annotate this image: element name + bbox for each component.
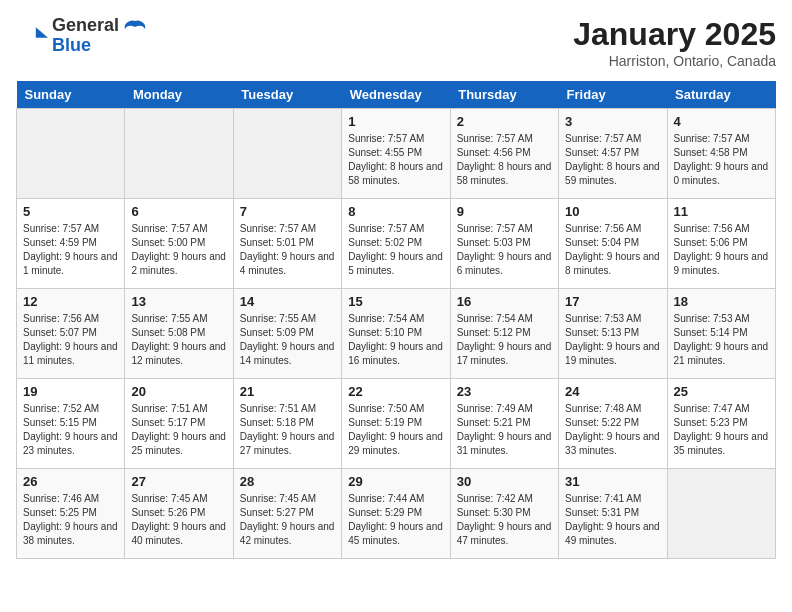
weekday-header-monday: Monday xyxy=(125,81,233,109)
day-info: Sunrise: 7:45 AMSunset: 5:26 PMDaylight:… xyxy=(131,492,226,548)
calendar-cell: 13Sunrise: 7:55 AMSunset: 5:08 PMDayligh… xyxy=(125,289,233,379)
day-info: Sunrise: 7:44 AMSunset: 5:29 PMDaylight:… xyxy=(348,492,443,548)
calendar-cell: 11Sunrise: 7:56 AMSunset: 5:06 PMDayligh… xyxy=(667,199,775,289)
day-info: Sunrise: 7:54 AMSunset: 5:12 PMDaylight:… xyxy=(457,312,552,368)
day-number: 11 xyxy=(674,204,769,219)
day-number: 26 xyxy=(23,474,118,489)
calendar-cell: 16Sunrise: 7:54 AMSunset: 5:12 PMDayligh… xyxy=(450,289,558,379)
day-info: Sunrise: 7:48 AMSunset: 5:22 PMDaylight:… xyxy=(565,402,660,458)
logo-icon xyxy=(16,20,48,52)
calendar-cell: 25Sunrise: 7:47 AMSunset: 5:23 PMDayligh… xyxy=(667,379,775,469)
day-info: Sunrise: 7:53 AMSunset: 5:14 PMDaylight:… xyxy=(674,312,769,368)
calendar-cell: 29Sunrise: 7:44 AMSunset: 5:29 PMDayligh… xyxy=(342,469,450,559)
day-number: 28 xyxy=(240,474,335,489)
logo-bird-icon xyxy=(121,17,149,45)
weekday-header-thursday: Thursday xyxy=(450,81,558,109)
day-number: 31 xyxy=(565,474,660,489)
day-number: 24 xyxy=(565,384,660,399)
weekday-header-tuesday: Tuesday xyxy=(233,81,341,109)
weekday-header-sunday: Sunday xyxy=(17,81,125,109)
calendar-cell: 26Sunrise: 7:46 AMSunset: 5:25 PMDayligh… xyxy=(17,469,125,559)
day-info: Sunrise: 7:57 AMSunset: 4:56 PMDaylight:… xyxy=(457,132,552,188)
calendar-cell xyxy=(233,109,341,199)
day-info: Sunrise: 7:42 AMSunset: 5:30 PMDaylight:… xyxy=(457,492,552,548)
calendar-cell: 22Sunrise: 7:50 AMSunset: 5:19 PMDayligh… xyxy=(342,379,450,469)
calendar-cell: 31Sunrise: 7:41 AMSunset: 5:31 PMDayligh… xyxy=(559,469,667,559)
page-header: General Blue January 2025 Harriston, Ont… xyxy=(16,16,776,69)
calendar-cell: 10Sunrise: 7:56 AMSunset: 5:04 PMDayligh… xyxy=(559,199,667,289)
calendar-cell: 28Sunrise: 7:45 AMSunset: 5:27 PMDayligh… xyxy=(233,469,341,559)
calendar-cell xyxy=(125,109,233,199)
day-info: Sunrise: 7:55 AMSunset: 5:08 PMDaylight:… xyxy=(131,312,226,368)
day-info: Sunrise: 7:52 AMSunset: 5:15 PMDaylight:… xyxy=(23,402,118,458)
day-number: 22 xyxy=(348,384,443,399)
logo-general: General xyxy=(52,16,119,36)
calendar-cell: 14Sunrise: 7:55 AMSunset: 5:09 PMDayligh… xyxy=(233,289,341,379)
day-info: Sunrise: 7:45 AMSunset: 5:27 PMDaylight:… xyxy=(240,492,335,548)
calendar-cell: 15Sunrise: 7:54 AMSunset: 5:10 PMDayligh… xyxy=(342,289,450,379)
day-number: 14 xyxy=(240,294,335,309)
calendar-title: January 2025 xyxy=(573,16,776,53)
weekday-header-row: SundayMondayTuesdayWednesdayThursdayFrid… xyxy=(17,81,776,109)
day-number: 4 xyxy=(674,114,769,129)
calendar-cell: 7Sunrise: 7:57 AMSunset: 5:01 PMDaylight… xyxy=(233,199,341,289)
calendar-cell: 17Sunrise: 7:53 AMSunset: 5:13 PMDayligh… xyxy=(559,289,667,379)
day-info: Sunrise: 7:57 AMSunset: 5:00 PMDaylight:… xyxy=(131,222,226,278)
day-info: Sunrise: 7:56 AMSunset: 5:07 PMDaylight:… xyxy=(23,312,118,368)
day-info: Sunrise: 7:51 AMSunset: 5:17 PMDaylight:… xyxy=(131,402,226,458)
calendar-cell: 5Sunrise: 7:57 AMSunset: 4:59 PMDaylight… xyxy=(17,199,125,289)
calendar-header: SundayMondayTuesdayWednesdayThursdayFrid… xyxy=(17,81,776,109)
day-number: 20 xyxy=(131,384,226,399)
calendar-cell: 3Sunrise: 7:57 AMSunset: 4:57 PMDaylight… xyxy=(559,109,667,199)
day-info: Sunrise: 7:50 AMSunset: 5:19 PMDaylight:… xyxy=(348,402,443,458)
logo-text: General Blue xyxy=(52,16,119,56)
calendar-cell: 6Sunrise: 7:57 AMSunset: 5:00 PMDaylight… xyxy=(125,199,233,289)
calendar-table: SundayMondayTuesdayWednesdayThursdayFrid… xyxy=(16,81,776,559)
svg-rect-2 xyxy=(16,20,36,52)
day-number: 23 xyxy=(457,384,552,399)
day-number: 15 xyxy=(348,294,443,309)
calendar-cell: 2Sunrise: 7:57 AMSunset: 4:56 PMDaylight… xyxy=(450,109,558,199)
day-info: Sunrise: 7:54 AMSunset: 5:10 PMDaylight:… xyxy=(348,312,443,368)
day-info: Sunrise: 7:47 AMSunset: 5:23 PMDaylight:… xyxy=(674,402,769,458)
day-info: Sunrise: 7:57 AMSunset: 5:01 PMDaylight:… xyxy=(240,222,335,278)
day-info: Sunrise: 7:51 AMSunset: 5:18 PMDaylight:… xyxy=(240,402,335,458)
day-number: 3 xyxy=(565,114,660,129)
calendar-cell: 19Sunrise: 7:52 AMSunset: 5:15 PMDayligh… xyxy=(17,379,125,469)
day-info: Sunrise: 7:57 AMSunset: 4:59 PMDaylight:… xyxy=(23,222,118,278)
calendar-week-4: 19Sunrise: 7:52 AMSunset: 5:15 PMDayligh… xyxy=(17,379,776,469)
day-info: Sunrise: 7:53 AMSunset: 5:13 PMDaylight:… xyxy=(565,312,660,368)
day-number: 27 xyxy=(131,474,226,489)
calendar-cell: 18Sunrise: 7:53 AMSunset: 5:14 PMDayligh… xyxy=(667,289,775,379)
day-info: Sunrise: 7:41 AMSunset: 5:31 PMDaylight:… xyxy=(565,492,660,548)
day-number: 9 xyxy=(457,204,552,219)
day-number: 2 xyxy=(457,114,552,129)
calendar-cell: 20Sunrise: 7:51 AMSunset: 5:17 PMDayligh… xyxy=(125,379,233,469)
calendar-subtitle: Harriston, Ontario, Canada xyxy=(573,53,776,69)
day-info: Sunrise: 7:49 AMSunset: 5:21 PMDaylight:… xyxy=(457,402,552,458)
day-info: Sunrise: 7:56 AMSunset: 5:06 PMDaylight:… xyxy=(674,222,769,278)
calendar-cell: 30Sunrise: 7:42 AMSunset: 5:30 PMDayligh… xyxy=(450,469,558,559)
day-number: 19 xyxy=(23,384,118,399)
calendar-body: 1Sunrise: 7:57 AMSunset: 4:55 PMDaylight… xyxy=(17,109,776,559)
day-info: Sunrise: 7:55 AMSunset: 5:09 PMDaylight:… xyxy=(240,312,335,368)
day-number: 30 xyxy=(457,474,552,489)
calendar-cell: 24Sunrise: 7:48 AMSunset: 5:22 PMDayligh… xyxy=(559,379,667,469)
calendar-cell: 21Sunrise: 7:51 AMSunset: 5:18 PMDayligh… xyxy=(233,379,341,469)
day-number: 5 xyxy=(23,204,118,219)
calendar-cell: 4Sunrise: 7:57 AMSunset: 4:58 PMDaylight… xyxy=(667,109,775,199)
calendar-week-5: 26Sunrise: 7:46 AMSunset: 5:25 PMDayligh… xyxy=(17,469,776,559)
day-info: Sunrise: 7:57 AMSunset: 4:55 PMDaylight:… xyxy=(348,132,443,188)
weekday-header-friday: Friday xyxy=(559,81,667,109)
calendar-cell: 9Sunrise: 7:57 AMSunset: 5:03 PMDaylight… xyxy=(450,199,558,289)
day-number: 7 xyxy=(240,204,335,219)
calendar-cell: 27Sunrise: 7:45 AMSunset: 5:26 PMDayligh… xyxy=(125,469,233,559)
day-number: 12 xyxy=(23,294,118,309)
title-block: January 2025 Harriston, Ontario, Canada xyxy=(573,16,776,69)
day-info: Sunrise: 7:56 AMSunset: 5:04 PMDaylight:… xyxy=(565,222,660,278)
day-number: 8 xyxy=(348,204,443,219)
day-info: Sunrise: 7:57 AMSunset: 5:02 PMDaylight:… xyxy=(348,222,443,278)
calendar-cell: 8Sunrise: 7:57 AMSunset: 5:02 PMDaylight… xyxy=(342,199,450,289)
logo: General Blue xyxy=(16,16,149,56)
calendar-cell xyxy=(667,469,775,559)
